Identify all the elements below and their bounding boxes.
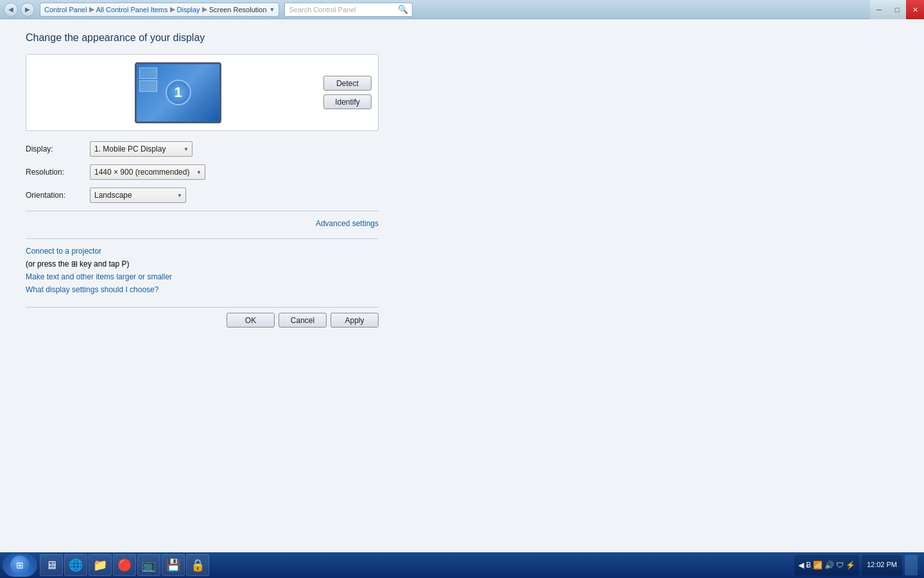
- mini-window-2: [139, 80, 157, 92]
- breadcrumb-current: Screen Resolution: [209, 6, 267, 13]
- orientation-select-wrapper: Landscape: [90, 188, 186, 203]
- breadcrumb-sep-3: ▶: [202, 5, 207, 13]
- cancel-button[interactable]: Cancel: [278, 313, 327, 328]
- text-size-link[interactable]: Make text and other items larger or smal…: [26, 272, 898, 281]
- monitor-display: 1: [135, 62, 221, 123]
- mini-windows: [139, 67, 157, 92]
- taskbar-item-6[interactable]: 💾: [162, 554, 185, 576]
- breadcrumb-dropdown-icon[interactable]: ▼: [270, 6, 275, 13]
- display-row: Display: 1. Mobile PC Display: [26, 141, 379, 157]
- display-settings-link[interactable]: What display settings should I choose?: [26, 285, 898, 294]
- resolution-select-wrapper: 924 × 578 (recommended): [90, 164, 205, 180]
- divider-1: [26, 211, 379, 211]
- search-bar[interactable]: Search Control Panel 🔍: [284, 3, 413, 17]
- detect-button[interactable]: Detect: [323, 76, 372, 91]
- display-label: Display:: [26, 144, 90, 153]
- resolution-select[interactable]: 924 × 578 (recommended): [90, 164, 205, 180]
- minimize-button[interactable]: ─: [870, 0, 888, 19]
- detect-identify-buttons: Detect Identify: [323, 76, 372, 109]
- tray-network[interactable]: 📶: [813, 561, 823, 570]
- breadcrumb-display[interactable]: Display: [177, 6, 200, 13]
- projector-link[interactable]: Connect to a projector: [26, 247, 898, 256]
- breadcrumb: Control Panel ▶ All Control Panel Items …: [40, 3, 279, 17]
- monitor-area: 1 Detect Identify: [26, 54, 379, 131]
- tray-arrow[interactable]: ◀: [798, 561, 804, 570]
- form-section: Display: 1. Mobile PC Display Resolution…: [26, 141, 379, 203]
- display-select[interactable]: 1. Mobile PC Display: [90, 141, 193, 157]
- window-controls: ─ □ ✕: [870, 0, 924, 19]
- mini-window-1: [139, 67, 157, 79]
- taskbar-item-3[interactable]: 📁: [89, 554, 112, 576]
- back-button[interactable]: ◀: [4, 3, 18, 17]
- apply-button[interactable]: Apply: [330, 313, 379, 328]
- system-tray: ◀ Ƀ 📶 🔊 🛡 ⚡: [794, 555, 859, 575]
- divider-2: [26, 238, 379, 239]
- taskbar-item-1[interactable]: 🖥: [40, 554, 63, 576]
- start-orb: ⊞: [10, 556, 30, 575]
- search-icon: 🔍: [398, 4, 408, 14]
- title-bar-left: ◀ ▶ Control Panel ▶ All Control Panel It…: [0, 3, 415, 17]
- taskbar-item-4[interactable]: 🔴: [113, 554, 136, 576]
- forward-button[interactable]: ▶: [21, 3, 35, 17]
- maximize-button[interactable]: □: [888, 0, 906, 19]
- title-bar: ◀ ▶ Control Panel ▶ All Control Panel It…: [0, 0, 924, 19]
- monitor-number: 1: [166, 80, 191, 105]
- close-button[interactable]: ✕: [906, 0, 924, 19]
- taskbar-right: ◀ Ƀ 📶 🔊 🛡 ⚡ 12:02 PM: [794, 555, 921, 575]
- projector-key-suffix: key and tap P): [80, 259, 129, 268]
- tray-bluetooth[interactable]: Ƀ: [806, 561, 811, 570]
- resolution-label: Resolution:: [26, 168, 90, 177]
- orientation-select[interactable]: Landscape: [90, 188, 186, 203]
- main-content: Change the appearance of your display 1 …: [0, 19, 924, 552]
- tray-volume[interactable]: 🔊: [825, 561, 834, 570]
- identify-button[interactable]: Identify: [323, 94, 372, 109]
- resolution-row: Resolution: 924 × 578 (recommended): [26, 164, 379, 180]
- breadcrumb-sep-2: ▶: [170, 5, 175, 13]
- clock-time: 12:02 PM: [867, 560, 897, 570]
- page-title: Change the appearance of your display: [26, 32, 898, 44]
- taskbar-items: 🖥 🌐 📁 🔴 📺 💾 🔒: [40, 554, 794, 576]
- taskbar-item-5[interactable]: 📺: [137, 554, 160, 576]
- monitor-inner: 1: [137, 64, 219, 121]
- show-desktop-button[interactable]: [905, 555, 918, 575]
- taskbar-item-7[interactable]: 🔒: [186, 554, 209, 576]
- projector-row: Connect to a projector (or press the ⊞ k…: [26, 247, 898, 268]
- taskbar: ⊞ 🖥 🌐 📁 🔴 📺 💾 🔒 ◀ Ƀ 📶 🔊 🛡 ⚡ 12:02 PM: [0, 552, 924, 578]
- button-row: OK Cancel Apply: [26, 307, 379, 328]
- tray-update[interactable]: 🛡: [836, 561, 844, 570]
- links-section: Connect to a projector (or press the ⊞ k…: [26, 247, 898, 294]
- monitor-preview-container: 1: [33, 62, 323, 123]
- breadcrumb-all-items[interactable]: All Control Panel Items: [96, 6, 168, 13]
- display-select-wrapper: 1. Mobile PC Display: [90, 141, 193, 157]
- start-button[interactable]: ⊞: [3, 554, 37, 577]
- ok-button[interactable]: OK: [227, 313, 275, 328]
- search-placeholder: Search Control Panel: [289, 6, 356, 13]
- tray-power[interactable]: ⚡: [846, 561, 855, 570]
- projector-suffix: (or press the: [26, 259, 71, 268]
- orientation-row: Orientation: Landscape: [26, 188, 379, 203]
- orientation-label: Orientation:: [26, 191, 90, 200]
- breadcrumb-control-panel[interactable]: Control Panel: [44, 6, 87, 13]
- windows-key-icon: ⊞: [71, 259, 78, 268]
- clock[interactable]: 12:02 PM: [862, 555, 902, 575]
- taskbar-item-2[interactable]: 🌐: [64, 554, 87, 576]
- breadcrumb-sep-1: ▶: [89, 5, 94, 13]
- advanced-settings-link[interactable]: Advanced settings: [26, 219, 379, 228]
